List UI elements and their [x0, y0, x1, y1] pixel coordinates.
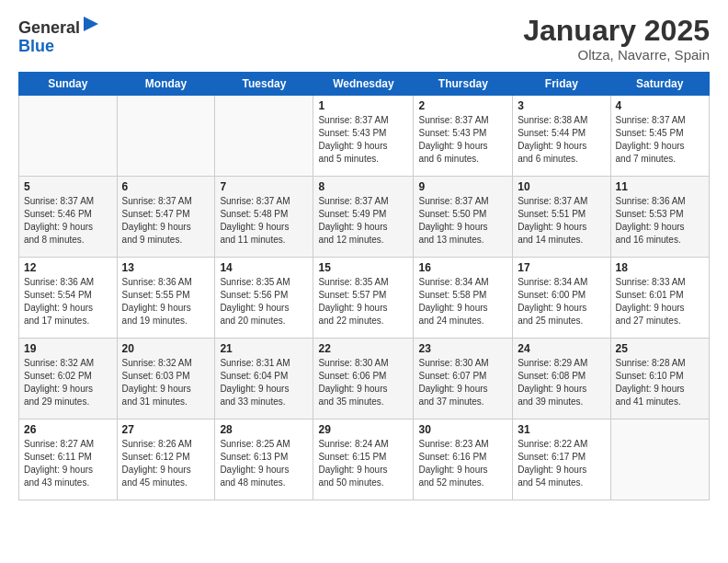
day-info: Sunrise: 8:32 AM Sunset: 6:02 PM Dayligh…	[24, 357, 112, 408]
day-number: 12	[24, 261, 112, 274]
calendar-cell	[610, 419, 709, 500]
day-info: Sunrise: 8:37 AM Sunset: 5:48 PM Dayligh…	[220, 195, 308, 247]
day-info: Sunrise: 8:37 AM Sunset: 5:45 PM Dayligh…	[616, 114, 704, 166]
day-info: Sunrise: 8:33 AM Sunset: 6:01 PM Dayligh…	[616, 276, 704, 327]
day-info: Sunrise: 8:30 AM Sunset: 6:07 PM Dayligh…	[418, 357, 507, 408]
calendar-cell: 7Sunrise: 8:37 AM Sunset: 5:48 PM Daylig…	[215, 177, 313, 258]
day-info: Sunrise: 8:36 AM Sunset: 5:55 PM Dayligh…	[122, 276, 210, 327]
day-number: 19	[24, 342, 112, 355]
day-number: 9	[418, 180, 507, 193]
logo-text: General Blue	[18, 15, 100, 56]
day-info: Sunrise: 8:32 AM Sunset: 6:03 PM Dayligh…	[122, 357, 210, 408]
day-info: Sunrise: 8:36 AM Sunset: 5:53 PM Dayligh…	[616, 195, 704, 247]
day-info: Sunrise: 8:34 AM Sunset: 5:58 PM Dayligh…	[418, 276, 507, 327]
day-number: 4	[616, 99, 704, 112]
calendar-cell: 19Sunrise: 8:32 AM Sunset: 6:02 PM Dayli…	[19, 339, 118, 419]
day-info: Sunrise: 8:23 AM Sunset: 6:16 PM Dayligh…	[418, 438, 507, 489]
calendar-week-1: 1Sunrise: 8:37 AM Sunset: 5:43 PM Daylig…	[19, 96, 710, 177]
day-info: Sunrise: 8:37 AM Sunset: 5:47 PM Dayligh…	[122, 195, 210, 247]
day-info: Sunrise: 8:26 AM Sunset: 6:12 PM Dayligh…	[122, 438, 210, 489]
svg-marker-0	[84, 17, 98, 31]
day-info: Sunrise: 8:28 AM Sunset: 6:10 PM Dayligh…	[616, 357, 704, 408]
day-number: 6	[122, 180, 210, 193]
weekday-monday: Monday	[117, 73, 215, 96]
day-number: 13	[122, 261, 210, 274]
day-number: 11	[616, 180, 704, 193]
day-info: Sunrise: 8:29 AM Sunset: 6:08 PM Dayligh…	[518, 357, 605, 408]
calendar-cell: 6Sunrise: 8:37 AM Sunset: 5:47 PM Daylig…	[117, 177, 215, 258]
calendar-cell: 30Sunrise: 8:23 AM Sunset: 6:16 PM Dayli…	[414, 419, 513, 500]
calendar-cell: 1Sunrise: 8:37 AM Sunset: 5:43 PM Daylig…	[313, 96, 414, 177]
day-number: 18	[616, 261, 704, 274]
day-number: 28	[220, 423, 308, 436]
day-info: Sunrise: 8:36 AM Sunset: 5:54 PM Dayligh…	[24, 276, 112, 327]
calendar-cell: 16Sunrise: 8:34 AM Sunset: 5:58 PM Dayli…	[414, 258, 513, 339]
weekday-sunday: Sunday	[19, 73, 118, 96]
calendar-cell: 15Sunrise: 8:35 AM Sunset: 5:57 PM Dayli…	[313, 258, 414, 339]
calendar-cell: 13Sunrise: 8:36 AM Sunset: 5:55 PM Dayli…	[117, 258, 215, 339]
calendar-cell: 12Sunrise: 8:36 AM Sunset: 5:54 PM Dayli…	[19, 258, 118, 339]
calendar-cell: 25Sunrise: 8:28 AM Sunset: 6:10 PM Dayli…	[610, 339, 709, 419]
day-info: Sunrise: 8:22 AM Sunset: 6:17 PM Dayligh…	[518, 438, 605, 489]
weekday-row: Sunday Monday Tuesday Wednesday Thursday…	[19, 73, 710, 96]
calendar-subtitle: Oltza, Navarre, Spain	[523, 47, 710, 63]
logo-flag-icon	[82, 15, 100, 33]
calendar-cell: 22Sunrise: 8:30 AM Sunset: 6:06 PM Dayli…	[313, 339, 414, 419]
day-info: Sunrise: 8:27 AM Sunset: 6:11 PM Dayligh…	[24, 438, 112, 489]
header: General Blue January 2025 Oltza, Navarre…	[18, 15, 710, 63]
day-number: 29	[318, 423, 408, 436]
day-number: 7	[220, 180, 308, 193]
calendar-cell: 3Sunrise: 8:38 AM Sunset: 5:44 PM Daylig…	[513, 96, 610, 177]
calendar-cell: 31Sunrise: 8:22 AM Sunset: 6:17 PM Dayli…	[513, 419, 610, 500]
calendar-cell: 2Sunrise: 8:37 AM Sunset: 5:43 PM Daylig…	[414, 96, 513, 177]
logo-general: General	[18, 18, 80, 37]
day-info: Sunrise: 8:24 AM Sunset: 6:15 PM Dayligh…	[318, 438, 408, 489]
calendar-cell	[19, 96, 118, 177]
day-number: 3	[518, 99, 605, 112]
calendar-week-5: 26Sunrise: 8:27 AM Sunset: 6:11 PM Dayli…	[19, 419, 710, 500]
day-info: Sunrise: 8:37 AM Sunset: 5:46 PM Dayligh…	[24, 195, 112, 247]
calendar-week-4: 19Sunrise: 8:32 AM Sunset: 6:02 PM Dayli…	[19, 339, 710, 419]
day-info: Sunrise: 8:34 AM Sunset: 6:00 PM Dayligh…	[518, 276, 605, 327]
day-number: 24	[518, 342, 605, 355]
weekday-thursday: Thursday	[414, 73, 513, 96]
calendar-cell: 9Sunrise: 8:37 AM Sunset: 5:50 PM Daylig…	[414, 177, 513, 258]
day-number: 23	[418, 342, 507, 355]
day-number: 31	[518, 423, 605, 436]
day-number: 10	[518, 180, 605, 193]
weekday-saturday: Saturday	[610, 73, 709, 96]
weekday-friday: Friday	[513, 73, 610, 96]
calendar-cell: 26Sunrise: 8:27 AM Sunset: 6:11 PM Dayli…	[19, 419, 118, 500]
calendar-cell: 20Sunrise: 8:32 AM Sunset: 6:03 PM Dayli…	[117, 339, 215, 419]
calendar-cell: 17Sunrise: 8:34 AM Sunset: 6:00 PM Dayli…	[513, 258, 610, 339]
calendar-cell: 28Sunrise: 8:25 AM Sunset: 6:13 PM Dayli…	[215, 419, 313, 500]
day-info: Sunrise: 8:35 AM Sunset: 5:57 PM Dayligh…	[318, 276, 408, 327]
calendar-cell: 4Sunrise: 8:37 AM Sunset: 5:45 PM Daylig…	[610, 96, 709, 177]
day-number: 30	[418, 423, 507, 436]
day-info: Sunrise: 8:30 AM Sunset: 6:06 PM Dayligh…	[318, 357, 408, 408]
day-info: Sunrise: 8:25 AM Sunset: 6:13 PM Dayligh…	[220, 438, 308, 489]
day-number: 16	[418, 261, 507, 274]
calendar-week-2: 5Sunrise: 8:37 AM Sunset: 5:46 PM Daylig…	[19, 177, 710, 258]
day-number: 15	[318, 261, 408, 274]
title-block: January 2025 Oltza, Navarre, Spain	[523, 15, 710, 63]
calendar-cell	[117, 96, 215, 177]
calendar-cell: 10Sunrise: 8:37 AM Sunset: 5:51 PM Dayli…	[513, 177, 610, 258]
day-info: Sunrise: 8:38 AM Sunset: 5:44 PM Dayligh…	[518, 114, 605, 166]
day-info: Sunrise: 8:35 AM Sunset: 5:56 PM Dayligh…	[220, 276, 308, 327]
calendar-table: Sunday Monday Tuesday Wednesday Thursday…	[18, 72, 710, 500]
day-info: Sunrise: 8:37 AM Sunset: 5:49 PM Dayligh…	[318, 195, 408, 247]
calendar-body: 1Sunrise: 8:37 AM Sunset: 5:43 PM Daylig…	[19, 96, 710, 500]
day-number: 21	[220, 342, 308, 355]
calendar-cell	[215, 96, 313, 177]
day-number: 22	[318, 342, 408, 355]
weekday-wednesday: Wednesday	[313, 73, 414, 96]
day-info: Sunrise: 8:37 AM Sunset: 5:43 PM Dayligh…	[418, 114, 507, 166]
logo: General Blue	[18, 15, 100, 56]
day-info: Sunrise: 8:37 AM Sunset: 5:51 PM Dayligh…	[518, 195, 605, 247]
calendar-cell: 23Sunrise: 8:30 AM Sunset: 6:07 PM Dayli…	[414, 339, 513, 419]
calendar-cell: 24Sunrise: 8:29 AM Sunset: 6:08 PM Dayli…	[513, 339, 610, 419]
day-number: 1	[318, 99, 408, 112]
day-number: 27	[122, 423, 210, 436]
day-number: 5	[24, 180, 112, 193]
